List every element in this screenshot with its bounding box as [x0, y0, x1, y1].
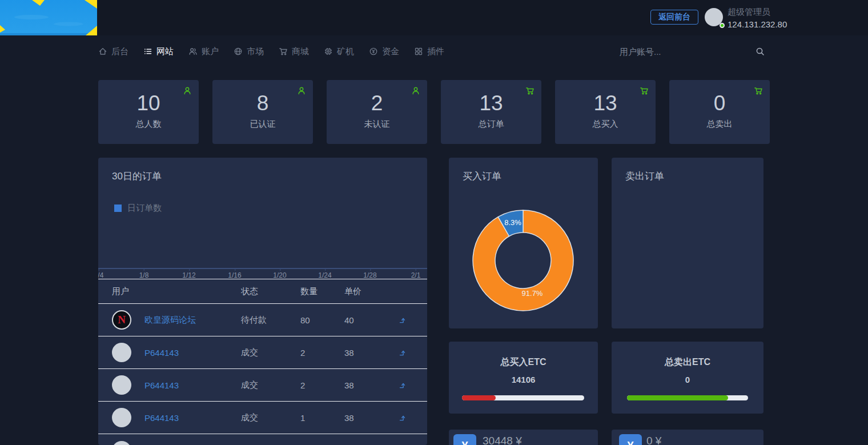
user-role: 超级管理员 [728, 7, 787, 18]
total-sell-etc-panel: 总卖出ETC 0 [612, 342, 763, 414]
cart-icon [279, 47, 288, 56]
nav-item-website[interactable]: 网站 [143, 46, 174, 57]
stat-card-verified: 8 已认证 [212, 80, 313, 144]
site-logo [0, 0, 97, 35]
order-price: 38 [344, 413, 379, 423]
etc-value: 0 [612, 375, 763, 384]
list-icon [143, 47, 152, 56]
coin-icon [369, 47, 378, 56]
stat-label: 总卖出 [669, 119, 770, 130]
top-bar: 返回前台 超级管理员 124.131.232.80 [0, 0, 868, 35]
nav-item-miner[interactable]: 矿机 [324, 46, 354, 57]
user-link[interactable]: 欧皇源码论坛 [144, 315, 196, 326]
legend-label: 日订单数 [127, 203, 162, 214]
grid-icon [414, 47, 423, 56]
avatar [112, 375, 131, 395]
panel-title: 卖出订单 [625, 170, 664, 183]
col-user: 用户 [112, 286, 241, 297]
x-tick: 2/1 [411, 271, 421, 279]
avatar [112, 343, 131, 362]
stat-label: 已认证 [212, 119, 313, 130]
sell-total-amount: 0 ¥ [646, 435, 661, 445]
col-qty: 数量 [300, 286, 344, 297]
main-nav: 后台 网站 账户 市场 商城 矿机 资金 插件 [98, 35, 444, 67]
x-axis-line [98, 268, 427, 269]
x-tick: 1/24 [318, 271, 331, 279]
turn-up-arrow-icon[interactable] [398, 348, 408, 358]
buy-orders-donut-chart[interactable]: 8.3% 91.7% [449, 158, 598, 328]
table-row-partial [98, 434, 427, 445]
search-input[interactable] [620, 47, 756, 57]
buy-orders-panel: 买入订单 8.3% 91.7% [449, 158, 598, 328]
order-status: 成交 [241, 347, 300, 358]
person-icon [411, 86, 421, 96]
etc-value: 14106 [449, 375, 598, 384]
stat-card-unverified: 2 未认证 [327, 80, 427, 144]
user-ip: 124.131.232.80 [728, 19, 787, 30]
nav-label: 矿机 [337, 46, 354, 57]
sell-total-panel: ¥ 0 ¥ [612, 430, 763, 445]
user-link[interactable]: P644143 [144, 380, 179, 390]
nav-item-mall[interactable]: 商城 [279, 46, 309, 57]
nav-label: 商城 [292, 46, 309, 57]
etc-title: 总卖出ETC [612, 356, 763, 368]
turn-up-arrow-icon[interactable] [398, 315, 408, 325]
order-qty: 2 [300, 380, 344, 390]
person-icon [183, 86, 192, 96]
nav-item-funds[interactable]: 资金 [369, 46, 399, 57]
user-avatar[interactable] [705, 8, 723, 26]
x-tick: 1/20 [273, 271, 286, 279]
chart-legend[interactable]: 日订单数 [114, 203, 162, 214]
search-icon[interactable] [756, 47, 765, 57]
stat-card-total-users: 10 总人数 [98, 80, 199, 144]
user-search [620, 43, 765, 59]
order-qty: 80 [300, 315, 344, 325]
yen-icon[interactable]: ¥ [453, 434, 476, 445]
user-link[interactable]: P644143 [144, 413, 179, 423]
nav-label: 后台 [111, 46, 128, 57]
nav-item-backend[interactable]: 后台 [98, 46, 128, 57]
stat-card-total-sells: 0 总卖出 [669, 80, 770, 144]
nav-item-market[interactable]: 市场 [234, 46, 264, 57]
chip-icon [324, 47, 333, 56]
turn-up-arrow-icon[interactable] [398, 413, 408, 423]
progress-track [462, 395, 584, 400]
col-price: 单价 [344, 286, 379, 297]
table-row: P644143 成交 2 38 [98, 336, 427, 369]
back-to-front-button[interactable]: 返回前台 [650, 10, 698, 25]
nav-label: 账户 [202, 46, 219, 57]
table-header: 用户 状态 数量 单价 [98, 279, 427, 304]
cart-icon [754, 86, 763, 96]
online-status-dot [720, 23, 725, 28]
x-tick: 1/12 [182, 271, 195, 279]
table-row: N 欧皇源码论坛 待付款 80 40 [98, 304, 427, 336]
donut-label-minor: 8.3% [504, 218, 521, 227]
order-price: 38 [344, 348, 379, 358]
orders-table: 用户 状态 数量 单价 N 欧皇源码论坛 待付款 80 40 P6441 [98, 279, 427, 445]
sell-orders-panel: 卖出订单 [612, 158, 763, 328]
turn-up-arrow-icon[interactable] [398, 380, 408, 390]
nav-label: 市场 [247, 46, 264, 57]
buy-total-amount: 30448 ¥ [483, 435, 522, 445]
order-qty: 1 [300, 413, 344, 423]
x-tick: 1/4 [98, 271, 103, 279]
stat-label: 总买入 [555, 119, 656, 130]
stat-card-total-orders: 13 总订单 [441, 80, 541, 144]
panel-title: 30日的订单 [112, 170, 162, 183]
progress-fill-green [627, 395, 728, 400]
avatar [112, 408, 131, 427]
dashboard-page: 返回前台 超级管理员 124.131.232.80 后台 网站 账户 市场 商城… [0, 0, 868, 445]
order-qty: 2 [300, 348, 344, 358]
users-icon [188, 47, 198, 56]
etc-title: 总买入ETC [449, 356, 598, 368]
progress-track [627, 395, 748, 400]
globe-icon [234, 47, 243, 56]
nav-item-accounts[interactable]: 账户 [188, 46, 219, 57]
user-link[interactable]: P644143 [144, 348, 179, 358]
nav-label: 网站 [156, 46, 174, 57]
nav-item-plugins[interactable]: 插件 [414, 46, 444, 57]
stat-label: 总订单 [441, 119, 541, 130]
cart-icon [640, 86, 649, 96]
donut-label-major: 91.7% [522, 289, 543, 298]
yen-icon[interactable]: ¥ [619, 434, 642, 445]
